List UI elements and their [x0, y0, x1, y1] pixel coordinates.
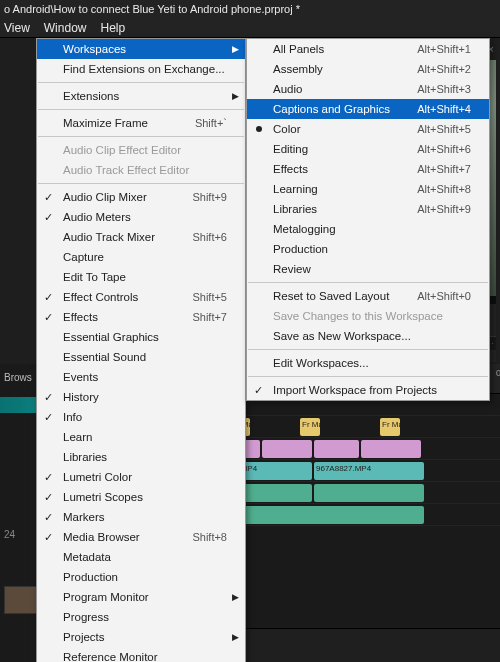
menu-item-label: Learn [63, 431, 92, 443]
menu-window[interactable]: Window [44, 21, 87, 35]
menu-item[interactable]: Capture [37, 247, 245, 267]
shortcut-label: Alt+Shift+1 [417, 43, 471, 55]
menu-item-label: Maximize Frame [63, 117, 148, 129]
menu-item[interactable]: Metadata [37, 547, 245, 567]
menu-item[interactable]: ✓History [37, 387, 245, 407]
menu-item: Save Changes to this Workspace [247, 306, 489, 326]
check-icon: ✓ [44, 531, 53, 544]
video-clip[interactable] [361, 440, 421, 458]
submenu-arrow-icon: ▶ [232, 632, 239, 642]
menu-item[interactable]: ✓Info [37, 407, 245, 427]
menu-item[interactable]: Production [247, 239, 489, 259]
menu-item[interactable]: Edit To Tape [37, 267, 245, 287]
menu-item-label: Info [63, 411, 82, 423]
menu-item[interactable]: Maximize FrameShift+` [37, 113, 245, 133]
check-icon: ✓ [44, 191, 53, 204]
menu-item-label: Save Changes to this Workspace [273, 310, 443, 322]
menu-item[interactable]: ✓Media BrowserShift+8 [37, 527, 245, 547]
menu-item-label: Editing [273, 143, 308, 155]
menu-item[interactable]: EffectsAlt+Shift+7 [247, 159, 489, 179]
menu-item[interactable]: Program Monitor▶ [37, 587, 245, 607]
check-icon: ✓ [44, 471, 53, 484]
video-clip[interactable] [314, 440, 359, 458]
menu-item[interactable]: Review [247, 259, 489, 279]
menu-item[interactable]: Events [37, 367, 245, 387]
check-icon: ✓ [254, 384, 263, 397]
menu-item-label: Review [273, 263, 311, 275]
menu-item-label: History [63, 391, 99, 403]
check-icon: ✓ [44, 211, 53, 224]
menu-item-label: Audio Clip Effect Editor [63, 144, 181, 156]
check-icon: ✓ [44, 311, 53, 324]
caption-clip[interactable]: Fr Ma [300, 418, 320, 436]
shortcut-label: Alt+Shift+6 [417, 143, 471, 155]
menu-item[interactable]: AudioAlt+Shift+3 [247, 79, 489, 99]
shortcut-label: Shift+6 [192, 231, 227, 243]
menu-item-label: Audio Clip Mixer [63, 191, 147, 203]
menu-item[interactable]: All PanelsAlt+Shift+1 [247, 39, 489, 59]
shortcut-label: Shift+5 [192, 291, 227, 303]
menu-item[interactable]: Save as New Workspace... [247, 326, 489, 346]
menu-item[interactable]: ✓Import Workspace from Projects [247, 380, 489, 400]
shortcut-label: Alt+Shift+5 [417, 123, 471, 135]
workspaces-submenu[interactable]: All PanelsAlt+Shift+1AssemblyAlt+Shift+2… [246, 38, 490, 401]
menu-item[interactable]: ✓Audio Clip MixerShift+9 [37, 187, 245, 207]
shortcut-label: Shift+8 [192, 531, 227, 543]
menu-item-label: Color [273, 123, 300, 135]
menu-item-label: Markers [63, 511, 105, 523]
menu-item[interactable]: Production [37, 567, 245, 587]
menu-item[interactable]: Reference Monitor [37, 647, 245, 662]
menu-item-label: Essential Graphics [63, 331, 159, 343]
menu-item[interactable]: Learn [37, 427, 245, 447]
menu-item[interactable]: AssemblyAlt+Shift+2 [247, 59, 489, 79]
menu-view[interactable]: View [4, 21, 30, 35]
menu-item[interactable]: Audio Track MixerShift+6 [37, 227, 245, 247]
menu-item-label: Effects [273, 163, 308, 175]
menu-item[interactable]: Captions and GraphicsAlt+Shift+4 [247, 99, 489, 119]
bullet-icon [256, 126, 262, 132]
video-clip[interactable] [262, 440, 312, 458]
menu-item[interactable]: Edit Workspaces... [247, 353, 489, 373]
shortcut-label: Alt+Shift+3 [417, 83, 471, 95]
shortcut-label: Shift+` [195, 117, 227, 129]
menu-item[interactable]: ✓Effect ControlsShift+5 [37, 287, 245, 307]
caption-clip[interactable]: Fr Ma [380, 418, 400, 436]
menu-item-label: Edit To Tape [63, 271, 126, 283]
shortcut-label: Alt+Shift+7 [417, 163, 471, 175]
menu-item-label: Save as New Workspace... [273, 330, 411, 342]
menu-item[interactable]: Workspaces▶ [37, 39, 245, 59]
menu-item[interactable]: EditingAlt+Shift+6 [247, 139, 489, 159]
menu-item[interactable]: Reset to Saved LayoutAlt+Shift+0 [247, 286, 489, 306]
check-icon: ✓ [44, 391, 53, 404]
menu-item-label: Workspaces [63, 43, 126, 55]
menu-item[interactable]: Essential Graphics [37, 327, 245, 347]
menu-item[interactable]: ✓Markers [37, 507, 245, 527]
menu-item[interactable]: Extensions▶ [37, 86, 245, 106]
menu-item[interactable]: Metalogging [247, 219, 489, 239]
menu-item[interactable]: LearningAlt+Shift+8 [247, 179, 489, 199]
menu-item[interactable]: LibrariesAlt+Shift+9 [247, 199, 489, 219]
menu-item-label: Production [63, 571, 118, 583]
menu-item[interactable]: ✓Lumetri Color [37, 467, 245, 487]
menu-help[interactable]: Help [100, 21, 125, 35]
menu-item[interactable]: Find Extensions on Exchange... [37, 59, 245, 79]
menu-item-label: Program Monitor [63, 591, 149, 603]
window-menu[interactable]: Workspaces▶Find Extensions on Exchange..… [36, 38, 246, 662]
menu-item[interactable]: ✓Lumetri Scopes [37, 487, 245, 507]
window-title: o Android\How to connect Blue Yeti to An… [0, 0, 500, 18]
audio-clip[interactable] [314, 484, 424, 502]
menu-item[interactable]: Essential Sound [37, 347, 245, 367]
menu-item[interactable]: Progress [37, 607, 245, 627]
menu-item[interactable]: Projects▶ [37, 627, 245, 647]
menu-item[interactable]: ColorAlt+Shift+5 [247, 119, 489, 139]
video-clip[interactable]: 967A8827.MP4 [314, 462, 424, 480]
menu-item-label: Find Extensions on Exchange... [63, 63, 225, 75]
shortcut-label: Shift+7 [192, 311, 227, 323]
shortcut-label: Alt+Shift+9 [417, 203, 471, 215]
check-icon: ✓ [44, 411, 53, 424]
menu-item[interactable]: ✓Audio Meters [37, 207, 245, 227]
menu-item-label: Lumetri Scopes [63, 491, 143, 503]
menu-item-label: Essential Sound [63, 351, 146, 363]
menu-item[interactable]: ✓EffectsShift+7 [37, 307, 245, 327]
menu-item[interactable]: Libraries [37, 447, 245, 467]
